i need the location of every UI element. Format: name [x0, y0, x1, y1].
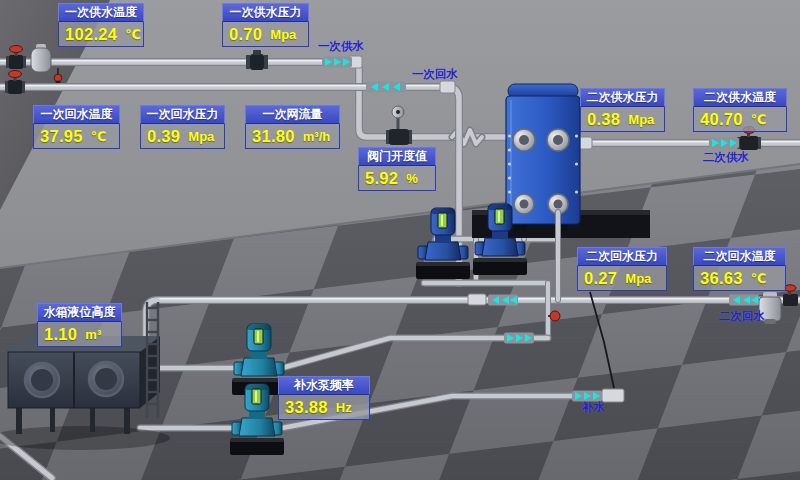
gauge-title: 二次供水温度: [693, 88, 787, 107]
gauge-value-box[interactable]: 0.38 Mpa: [580, 107, 665, 132]
gauge-value: 0.38: [587, 110, 620, 129]
gauge-value-box[interactable]: 1.10 m³: [37, 322, 122, 347]
gauge-title: 一次网流量: [245, 105, 340, 124]
gauge-unit: Mpa: [188, 129, 214, 144]
gauge-unit: %: [406, 171, 418, 186]
gauge-title: 一次供水压力: [222, 3, 309, 22]
gauge-value: 31.80: [252, 127, 295, 146]
gauge-value-box[interactable]: 0.39 Mpa: [140, 124, 225, 149]
gauge-value: 37.95: [40, 127, 83, 146]
gauge-value: 5.92: [365, 169, 398, 188]
gauge-title: 阀门开度值: [358, 147, 436, 166]
gauge-value: 0.27: [584, 269, 617, 288]
gauge-value: 1.10: [44, 325, 77, 344]
plate-heat-exchanger[interactable]: [506, 84, 580, 231]
hmi-screen: 一次供水温度 102.24 ℃ 一次供水压力 0.70 Mpa 一次回水温度 3…: [0, 0, 800, 480]
secondary-supply-pipe: [576, 142, 800, 143]
gauge-value-box[interactable]: 0.70 Mpa: [222, 22, 309, 47]
gauge-value-box[interactable]: 5.92 %: [358, 166, 436, 191]
makeup-coupling: [602, 389, 624, 402]
gauge-primary-return-temp: 一次回水温度 37.95 ℃: [33, 105, 120, 149]
pipe-label-primary-return: 一次回水: [412, 67, 458, 82]
gauge-unit: Hz: [336, 400, 352, 415]
pipe-coupling: [468, 294, 486, 305]
pipe-label-makeup-water: 补水: [582, 400, 605, 415]
gauge-secondary-return-temp: 二次回水温度 36.63 ℃: [693, 247, 786, 291]
gauge-value-box[interactable]: 0.27 Mpa: [577, 266, 667, 291]
gauge-value-box[interactable]: 33.88 Hz: [278, 395, 370, 420]
plant-scene: [0, 0, 800, 480]
flow-arrow-secondary-supply: [709, 138, 739, 149]
primary-supply-valve-left[interactable]: [6, 46, 26, 70]
gauge-value-box[interactable]: 40.70 ℃: [693, 107, 787, 132]
primary-return-valve-left[interactable]: [5, 71, 25, 95]
gauge-unit: ℃: [751, 271, 767, 286]
gauge-title: 一次供水温度: [58, 3, 144, 22]
pipe-label-primary-supply: 一次供水: [318, 39, 364, 54]
flow-arrow-secondary-return-mid: [488, 295, 518, 306]
gauge-value-box[interactable]: 31.80 m³/h: [245, 124, 340, 149]
gauge-unit: Mpa: [625, 271, 651, 286]
gauge-value: 33.88: [285, 398, 328, 417]
gauge-value-box[interactable]: 102.24 ℃: [58, 22, 144, 47]
flow-arrow-secondary-return-right: [729, 295, 759, 306]
gauge-unit: ℃: [751, 112, 767, 127]
flow-arrow-primary-supply: [322, 57, 352, 68]
gauge-value: 102.24: [65, 25, 117, 44]
gauge-primary-supply-temp: 一次供水温度 102.24 ℃: [58, 3, 144, 47]
gauge-unit: ℃: [91, 129, 107, 144]
pipe-label-secondary-return: 二次回水: [719, 309, 765, 324]
gauge-title: 水箱液位高度: [37, 303, 122, 322]
gauge-unit: Mpa: [270, 27, 296, 42]
gauge-primary-supply-pressure: 一次供水压力 0.70 Mpa: [222, 3, 309, 47]
gauge-value: 36.63: [700, 269, 743, 288]
gauge-tank-level: 水箱液位高度 1.10 m³: [37, 303, 122, 347]
flow-arrow-primary-return: [366, 82, 406, 93]
gauge-unit: ℃: [125, 27, 141, 42]
gauge-title: 一次回水压力: [140, 105, 225, 124]
gauge-title: 二次回水温度: [693, 247, 786, 266]
gauge-value: 40.70: [700, 110, 743, 129]
gauge-unit: m³: [85, 327, 101, 342]
pipe-label-secondary-supply: 二次供水: [703, 150, 749, 165]
gauge-title: 一次回水温度: [33, 105, 120, 124]
flow-arrow-makeup-upper: [504, 333, 534, 344]
gauge-value: 0.70: [229, 25, 262, 44]
gauge-value: 0.39: [147, 127, 180, 146]
gauge-secondary-return-pressure: 二次回水压力 0.27 Mpa: [577, 247, 667, 291]
gauge-unit: Mpa: [628, 112, 654, 127]
gauge-makeup-pump-frequency: 补水泵频率 33.88 Hz: [278, 376, 370, 420]
pipe-coupling: [440, 81, 455, 93]
gauge-value-box[interactable]: 37.95 ℃: [33, 124, 120, 149]
gauge-title: 二次供水压力: [580, 88, 665, 107]
gauge-value-box[interactable]: 36.63 ℃: [693, 266, 786, 291]
gauge-secondary-supply-temp: 二次供水温度 40.70 ℃: [693, 88, 787, 132]
gauge-title: 二次回水压力: [577, 247, 667, 266]
gauge-primary-flow: 一次网流量 31.80 m³/h: [245, 105, 340, 149]
gauge-unit: m³/h: [303, 129, 330, 144]
gauge-secondary-supply-pressure: 二次供水压力 0.38 Mpa: [580, 88, 665, 132]
gauge-primary-return-pressure: 一次回水压力 0.39 Mpa: [140, 105, 225, 149]
gauge-title: 补水泵频率: [278, 376, 370, 395]
gauge-valve-opening: 阀门开度值 5.92 %: [358, 147, 436, 191]
